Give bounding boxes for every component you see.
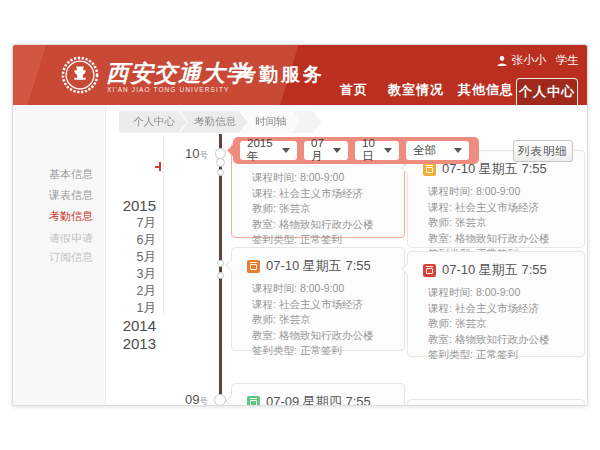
chevron-down-icon xyxy=(282,148,290,153)
filter-bar: 2015年 07月 10日 全部 xyxy=(233,137,479,164)
user-role: 学生 xyxy=(556,53,579,68)
list-detail-button[interactable]: 列表明细 xyxy=(513,140,573,162)
attendance-status-icon xyxy=(247,396,260,407)
timeline-node[interactable] xyxy=(217,169,224,176)
attendance-status-icon xyxy=(423,264,436,277)
sidebar-item-leave-request[interactable]: 请假申请 xyxy=(49,231,93,246)
card-title: 07-10 星期五 7:55 xyxy=(266,257,371,275)
day-dropdown[interactable]: 10日 xyxy=(355,141,399,160)
card-title: 07-10 星期五 7:55 xyxy=(442,261,547,279)
year-dropdown[interactable]: 2015年 xyxy=(240,141,297,160)
attendance-app-window: 西安交通大学 XI'AN JIAO TONG UNIVERSITY 考勤服务 张… xyxy=(12,44,588,406)
card-title: 07-09 星期四 7:55 xyxy=(266,393,371,406)
month-dropdown[interactable]: 07月 xyxy=(304,141,348,160)
breadcrumb: 个人中心 考勤信息 时间轴 xyxy=(119,111,315,133)
timeline-node[interactable] xyxy=(217,272,224,279)
rail-month-january[interactable]: 1月 xyxy=(106,300,156,317)
attendance-card[interactable]: 07-10 星期五 7:55 课程时间:8:00-9:00 课程:社会主义市场经… xyxy=(231,247,405,351)
chevron-down-icon xyxy=(384,148,392,153)
rail-year-2014[interactable]: 2014 xyxy=(106,317,156,334)
app-header: 西安交通大学 XI'AN JIAO TONG UNIVERSITY 考勤服务 张… xyxy=(13,45,588,105)
chevron-down-icon xyxy=(454,148,462,153)
timeline-node[interactable] xyxy=(214,394,226,406)
sidebar-item-attendance-info[interactable]: 考勤信息 xyxy=(49,209,93,224)
current-month-marker xyxy=(159,162,161,171)
nav-home[interactable]: 首页 xyxy=(340,81,368,99)
sidebar-item-subscription[interactable]: 订阅信息 xyxy=(49,250,93,265)
nav-personal-center-active-tab[interactable]: 个人中心 xyxy=(516,78,578,105)
university-name-en: XI'AN JIAO TONG UNIVERSITY xyxy=(107,86,229,93)
breadcrumb-attendance-info[interactable]: 考勤信息 xyxy=(180,111,248,133)
day-marker-09: 09号 xyxy=(163,392,208,406)
rail-year-2015[interactable]: 2015 xyxy=(106,197,156,214)
sidebar-item-basic-info[interactable]: 基本信息 xyxy=(49,167,93,182)
rail-year-2013[interactable]: 2013 xyxy=(106,335,156,352)
day-marker-10: 10号 xyxy=(163,146,208,162)
timeline-node[interactable] xyxy=(216,158,225,167)
app-title: 考勤服务 xyxy=(237,62,325,88)
rail-divider xyxy=(163,137,164,315)
attendance-status-icon xyxy=(247,260,260,273)
breadcrumb-personal-center[interactable]: 个人中心 xyxy=(119,111,187,133)
chevron-down-icon xyxy=(333,148,341,153)
attendance-card[interactable]: 07-10 星期五 7:55 课程时间:8:00-9:00 课程:社会主义市场经… xyxy=(407,251,585,357)
filter-bar-tail xyxy=(227,144,240,157)
rail-month-july[interactable]: 7月 xyxy=(106,215,156,232)
user-icon xyxy=(496,55,508,67)
current-month-marker xyxy=(155,166,159,168)
rail-month-may[interactable]: 5月 xyxy=(106,249,156,266)
rail-month-february[interactable]: 2月 xyxy=(106,283,156,300)
breadcrumb-timeline[interactable]: 时间轴 xyxy=(241,111,299,133)
type-dropdown[interactable]: 全部 xyxy=(406,141,469,160)
page: 西安交通大学 XI'AN JIAO TONG UNIVERSITY 考勤服务 张… xyxy=(0,0,600,450)
timeline-node[interactable] xyxy=(217,260,224,267)
attendance-status-icon xyxy=(423,163,436,176)
rail-month-june[interactable]: 6月 xyxy=(106,232,156,249)
attendance-card[interactable] xyxy=(407,399,585,406)
nav-other-info[interactable]: 其他信息 xyxy=(458,81,514,99)
nav-classrooms[interactable]: 教室情况 xyxy=(388,81,444,99)
rail-month-march[interactable]: 3月 xyxy=(106,266,156,283)
app-body: 基本信息 课表信息 考勤信息 请假申请 订阅信息 个人中心 考勤信息 时间轴 2… xyxy=(13,105,588,406)
sidebar-item-schedule-info[interactable]: 课表信息 xyxy=(49,188,93,203)
university-name-cn: 西安交通大学 xyxy=(106,58,250,89)
sidebar: 基本信息 课表信息 考勤信息 请假申请 订阅信息 xyxy=(13,105,106,406)
attendance-card[interactable]: 07-10 星期五 7:55 课程时间:8:00-9:00 课程:社会主义市场经… xyxy=(407,150,585,248)
attendance-card[interactable]: 07-09 星期四 7:55 xyxy=(231,383,405,406)
university-logo-icon xyxy=(61,56,99,94)
user-info[interactable]: 张小小 学生 xyxy=(496,53,580,68)
user-name: 张小小 xyxy=(512,53,547,68)
